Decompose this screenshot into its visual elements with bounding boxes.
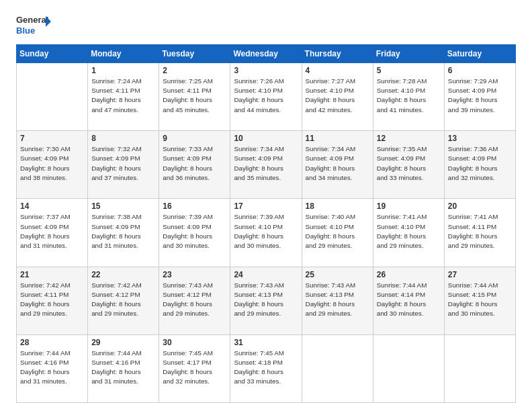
calendar-cell: 8Sunrise: 7:32 AMSunset: 4:09 PMDaylight… bbox=[88, 131, 159, 199]
calendar-cell: 21Sunrise: 7:42 AMSunset: 4:11 PMDayligh… bbox=[17, 267, 88, 334]
day-number: 11 bbox=[306, 134, 369, 143]
day-number: 3 bbox=[234, 66, 298, 75]
calendar-weekday-header: Thursday bbox=[302, 45, 373, 63]
logo-svg: General Blue bbox=[16, 12, 51, 38]
calendar-cell: 25Sunrise: 7:43 AMSunset: 4:13 PMDayligh… bbox=[302, 267, 373, 334]
day-info: Sunrise: 7:44 AMSunset: 4:16 PMDaylight:… bbox=[20, 349, 84, 387]
calendar-cell: 17Sunrise: 7:39 AMSunset: 4:10 PMDayligh… bbox=[230, 199, 302, 267]
day-number: 16 bbox=[163, 201, 226, 211]
calendar-cell: 26Sunrise: 7:44 AMSunset: 4:14 PMDayligh… bbox=[373, 267, 444, 334]
calendar-cell: 23Sunrise: 7:43 AMSunset: 4:12 PMDayligh… bbox=[159, 267, 230, 334]
calendar-cell: 20Sunrise: 7:41 AMSunset: 4:11 PMDayligh… bbox=[444, 199, 515, 267]
calendar-cell: 30Sunrise: 7:45 AMSunset: 4:17 PMDayligh… bbox=[159, 334, 230, 402]
day-number: 23 bbox=[163, 270, 226, 279]
day-number: 31 bbox=[234, 338, 298, 347]
day-number: 29 bbox=[91, 338, 155, 347]
day-number: 13 bbox=[448, 134, 512, 143]
calendar-cell: 19Sunrise: 7:41 AMSunset: 4:10 PMDayligh… bbox=[373, 199, 444, 267]
day-number: 2 bbox=[163, 66, 226, 75]
calendar-cell: 4Sunrise: 7:27 AMSunset: 4:10 PMDaylight… bbox=[302, 63, 373, 131]
calendar-cell: 28Sunrise: 7:44 AMSunset: 4:16 PMDayligh… bbox=[17, 334, 88, 402]
page: General Blue SundayMondayTuesdayWednesda… bbox=[0, 0, 532, 411]
day-info: Sunrise: 7:38 AMSunset: 4:09 PMDaylight:… bbox=[91, 212, 155, 250]
calendar-weekday-header: Monday bbox=[88, 45, 159, 63]
day-info: Sunrise: 7:41 AMSunset: 4:10 PMDaylight:… bbox=[377, 212, 441, 250]
day-info: Sunrise: 7:28 AMSunset: 4:10 PMDaylight:… bbox=[377, 77, 441, 115]
calendar-cell: 10Sunrise: 7:34 AMSunset: 4:09 PMDayligh… bbox=[230, 131, 302, 199]
calendar-cell: 27Sunrise: 7:44 AMSunset: 4:15 PMDayligh… bbox=[444, 267, 515, 334]
day-info: Sunrise: 7:45 AMSunset: 4:17 PMDaylight:… bbox=[163, 349, 226, 387]
day-info: Sunrise: 7:39 AMSunset: 4:09 PMDaylight:… bbox=[163, 212, 226, 250]
svg-text:General: General bbox=[16, 15, 48, 25]
day-info: Sunrise: 7:24 AMSunset: 4:11 PMDaylight:… bbox=[91, 77, 155, 115]
calendar-header-row: SundayMondayTuesdayWednesdayThursdayFrid… bbox=[17, 45, 516, 63]
day-info: Sunrise: 7:35 AMSunset: 4:09 PMDaylight:… bbox=[377, 144, 441, 183]
calendar-cell: 3Sunrise: 7:26 AMSunset: 4:10 PMDaylight… bbox=[230, 63, 302, 131]
day-info: Sunrise: 7:43 AMSunset: 4:13 PMDaylight:… bbox=[234, 281, 298, 319]
day-number: 7 bbox=[20, 134, 84, 143]
day-number: 15 bbox=[91, 201, 155, 211]
calendar-cell: 2Sunrise: 7:25 AMSunset: 4:11 PMDaylight… bbox=[159, 63, 230, 131]
day-info: Sunrise: 7:30 AMSunset: 4:09 PMDaylight:… bbox=[20, 144, 84, 183]
day-number: 10 bbox=[234, 134, 298, 143]
calendar-cell: 7Sunrise: 7:30 AMSunset: 4:09 PMDaylight… bbox=[17, 131, 88, 199]
logo: General Blue bbox=[16, 12, 51, 38]
calendar-cell: 9Sunrise: 7:33 AMSunset: 4:09 PMDaylight… bbox=[159, 131, 230, 199]
day-info: Sunrise: 7:25 AMSunset: 4:11 PMDaylight:… bbox=[163, 77, 226, 115]
calendar-cell: 6Sunrise: 7:29 AMSunset: 4:09 PMDaylight… bbox=[444, 63, 515, 131]
calendar-cell: 16Sunrise: 7:39 AMSunset: 4:09 PMDayligh… bbox=[159, 199, 230, 267]
day-number: 12 bbox=[377, 134, 441, 143]
day-info: Sunrise: 7:40 AMSunset: 4:10 PMDaylight:… bbox=[306, 212, 369, 250]
calendar-cell bbox=[444, 334, 515, 402]
day-number: 19 bbox=[377, 201, 441, 211]
day-number: 1 bbox=[91, 66, 155, 75]
day-number: 30 bbox=[163, 338, 226, 347]
calendar-weekday-header: Saturday bbox=[444, 45, 515, 63]
day-info: Sunrise: 7:44 AMSunset: 4:14 PMDaylight:… bbox=[377, 281, 441, 319]
calendar-cell: 18Sunrise: 7:40 AMSunset: 4:10 PMDayligh… bbox=[302, 199, 373, 267]
calendar-cell: 13Sunrise: 7:36 AMSunset: 4:09 PMDayligh… bbox=[444, 131, 515, 199]
day-number: 14 bbox=[20, 201, 84, 211]
day-number: 6 bbox=[448, 66, 512, 75]
calendar-weekday-header: Sunday bbox=[17, 45, 88, 63]
day-info: Sunrise: 7:27 AMSunset: 4:10 PMDaylight:… bbox=[306, 77, 369, 115]
day-number: 26 bbox=[377, 270, 441, 279]
calendar-cell: 24Sunrise: 7:43 AMSunset: 4:13 PMDayligh… bbox=[230, 267, 302, 334]
calendar-cell: 5Sunrise: 7:28 AMSunset: 4:10 PMDaylight… bbox=[373, 63, 444, 131]
day-info: Sunrise: 7:43 AMSunset: 4:13 PMDaylight:… bbox=[306, 281, 369, 319]
day-number: 17 bbox=[234, 201, 298, 211]
day-number: 27 bbox=[448, 270, 512, 279]
day-number: 9 bbox=[163, 134, 226, 143]
day-info: Sunrise: 7:37 AMSunset: 4:09 PMDaylight:… bbox=[20, 212, 84, 250]
calendar-week-row: 21Sunrise: 7:42 AMSunset: 4:11 PMDayligh… bbox=[17, 267, 516, 334]
calendar-weekday-header: Tuesday bbox=[159, 45, 230, 63]
calendar-cell: 1Sunrise: 7:24 AMSunset: 4:11 PMDaylight… bbox=[88, 63, 159, 131]
calendar-cell: 11Sunrise: 7:34 AMSunset: 4:09 PMDayligh… bbox=[302, 131, 373, 199]
calendar-weekday-header: Wednesday bbox=[230, 45, 302, 63]
calendar-cell: 15Sunrise: 7:38 AMSunset: 4:09 PMDayligh… bbox=[88, 199, 159, 267]
calendar-cell: 12Sunrise: 7:35 AMSunset: 4:09 PMDayligh… bbox=[373, 131, 444, 199]
calendar-week-row: 1Sunrise: 7:24 AMSunset: 4:11 PMDaylight… bbox=[17, 63, 516, 131]
day-number: 4 bbox=[306, 66, 369, 75]
day-info: Sunrise: 7:42 AMSunset: 4:12 PMDaylight:… bbox=[91, 281, 155, 319]
day-info: Sunrise: 7:42 AMSunset: 4:11 PMDaylight:… bbox=[20, 281, 84, 319]
day-info: Sunrise: 7:29 AMSunset: 4:09 PMDaylight:… bbox=[448, 77, 512, 115]
day-info: Sunrise: 7:44 AMSunset: 4:15 PMDaylight:… bbox=[448, 281, 512, 319]
calendar-cell bbox=[302, 334, 373, 402]
day-info: Sunrise: 7:26 AMSunset: 4:10 PMDaylight:… bbox=[234, 77, 298, 115]
day-info: Sunrise: 7:45 AMSunset: 4:18 PMDaylight:… bbox=[234, 349, 298, 387]
header: General Blue bbox=[16, 12, 516, 38]
day-number: 21 bbox=[20, 270, 84, 279]
day-info: Sunrise: 7:33 AMSunset: 4:09 PMDaylight:… bbox=[163, 144, 226, 183]
day-number: 8 bbox=[91, 134, 155, 143]
day-info: Sunrise: 7:32 AMSunset: 4:09 PMDaylight:… bbox=[91, 144, 155, 183]
day-number: 25 bbox=[306, 270, 369, 279]
day-number: 22 bbox=[91, 270, 155, 279]
day-info: Sunrise: 7:44 AMSunset: 4:16 PMDaylight:… bbox=[91, 349, 155, 387]
calendar-cell: 31Sunrise: 7:45 AMSunset: 4:18 PMDayligh… bbox=[230, 334, 302, 402]
calendar-week-row: 7Sunrise: 7:30 AMSunset: 4:09 PMDaylight… bbox=[17, 131, 516, 199]
day-info: Sunrise: 7:41 AMSunset: 4:11 PMDaylight:… bbox=[448, 212, 512, 250]
calendar-week-row: 14Sunrise: 7:37 AMSunset: 4:09 PMDayligh… bbox=[17, 199, 516, 267]
calendar-table: SundayMondayTuesdayWednesdayThursdayFrid… bbox=[16, 44, 516, 403]
day-info: Sunrise: 7:43 AMSunset: 4:12 PMDaylight:… bbox=[163, 281, 226, 319]
